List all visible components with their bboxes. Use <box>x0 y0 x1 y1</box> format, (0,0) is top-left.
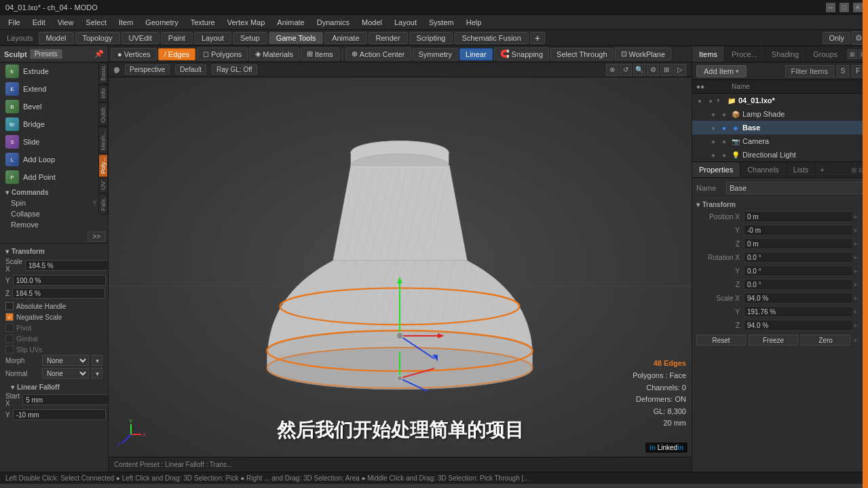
tool-extrude[interactable]: E Extrude <box>0 62 108 80</box>
menu-help[interactable]: Help <box>461 17 487 28</box>
prop-posz[interactable] <box>744 238 853 249</box>
freeze-button[interactable]: Freeze <box>749 335 798 345</box>
ptab-channels[interactable]: Channels <box>740 162 786 177</box>
slipuvs-checkbox[interactable] <box>5 345 14 354</box>
absolute-handle-checkbox[interactable] <box>5 302 14 310</box>
pivot-row[interactable]: Pivot <box>5 322 102 333</box>
layout-tab-render[interactable]: Render <box>369 32 408 44</box>
item-vis-base[interactable]: ● <box>709 123 718 132</box>
layout-tab-scripting[interactable]: Scripting <box>409 32 453 44</box>
item-vis-root[interactable]: ● <box>695 96 704 105</box>
materials-button[interactable]: ◈ Materials <box>249 48 299 60</box>
prop-posy[interactable] <box>744 225 853 236</box>
items-button[interactable]: ⊞ Items <box>301 48 339 60</box>
commands-section-header[interactable]: Commands <box>0 186 108 198</box>
tool-slide[interactable]: S Slide <box>0 133 108 151</box>
maximize-button[interactable]: □ <box>839 3 849 12</box>
select-through-button[interactable]: Select Through <box>550 48 613 60</box>
vp-ctrl-3[interactable]: 🔍 <box>633 64 645 76</box>
menu-item[interactable]: Item <box>113 17 138 28</box>
edges-button[interactable]: / Edges <box>158 48 195 60</box>
rtab-groups[interactable]: Groups <box>806 46 845 62</box>
scale-y-input[interactable] <box>13 275 106 286</box>
prop-rotx[interactable] <box>744 252 853 263</box>
ptab-lists[interactable]: Lists <box>787 162 816 177</box>
menu-view[interactable]: View <box>52 17 79 28</box>
rtab-items[interactable]: Items <box>692 46 725 62</box>
command-spin[interactable]: Spin Y <box>0 198 108 208</box>
menu-system[interactable]: System <box>423 17 459 28</box>
side-tab-outdr[interactable]: Outdr. <box>98 102 108 126</box>
ptab-properties[interactable]: Properties <box>692 162 740 177</box>
linearfalloff-section-header[interactable]: Linear Falloff <box>5 381 102 392</box>
prop-scaley[interactable] <box>744 306 853 317</box>
vertices-button[interactable]: ● Vertices <box>111 48 157 60</box>
minimize-button[interactable]: ─ <box>826 3 835 12</box>
menu-edit[interactable]: Edit <box>27 17 51 28</box>
prop-roty[interactable] <box>744 265 853 276</box>
item-expand-root[interactable]: ▾ <box>717 97 725 104</box>
side-tab-uv[interactable]: UV <box>98 178 108 193</box>
absolute-handle-row[interactable]: Absolute Handle <box>5 301 102 312</box>
vp-ctrl-2[interactable]: ↺ <box>620 64 632 76</box>
layout-tab-layout[interactable]: Layout <box>194 32 231 44</box>
layout-tab-schematic[interactable]: Schematic Fusion <box>454 32 528 44</box>
polygons-button[interactable]: ◻ Polygons <box>197 48 248 60</box>
item-vis2-base[interactable]: ● <box>719 123 729 132</box>
tool-bridge[interactable]: Br Bridge <box>0 115 108 133</box>
menu-model[interactable]: Model <box>356 17 388 28</box>
layout-tab-model[interactable]: Model <box>39 32 74 44</box>
prop-posx[interactable] <box>744 211 853 222</box>
menu-layout[interactable]: Layout <box>389 17 422 28</box>
expand-button[interactable]: >> <box>88 231 105 242</box>
linear-button[interactable]: Linear <box>459 48 493 60</box>
tool-addpoint[interactable]: P Add Point <box>0 168 108 186</box>
gimbal-checkbox[interactable] <box>5 335 14 343</box>
viewport-3d[interactable]: 48 Edges Polygons : Face Channels: 0 Def… <box>109 77 692 457</box>
startx-input[interactable] <box>22 394 109 405</box>
menu-dynamics[interactable]: Dynamics <box>312 17 355 28</box>
add-item-button[interactable]: Add Item ▾ <box>696 65 747 77</box>
item-vis-dirlight[interactable]: ● <box>709 150 718 159</box>
perspective-button[interactable]: Perspective <box>125 64 170 75</box>
tool-bevel[interactable]: B Bevel <box>0 98 108 115</box>
prop-scalez[interactable] <box>744 320 853 331</box>
menu-texture[interactable]: Texture <box>185 17 221 28</box>
negative-scale-checkbox[interactable] <box>5 313 14 321</box>
filter-items-button[interactable]: Filter Items <box>785 65 834 77</box>
vp-ctrl-6[interactable]: ▷ <box>674 64 686 76</box>
menu-vertexmap[interactable]: Vertex Map <box>222 17 271 28</box>
layout-tab-topology[interactable]: Topology <box>75 32 120 44</box>
vp-ctrl-1[interactable]: ⊕ <box>606 64 618 76</box>
reset-button[interactable]: Reset <box>696 335 746 345</box>
sort-s-button[interactable]: S <box>837 65 849 77</box>
command-remove[interactable]: Remove <box>0 219 108 230</box>
item-vis2-dirlight[interactable]: ● <box>719 150 729 159</box>
slipuvs-row[interactable]: Slip UVs <box>5 344 102 355</box>
normal-btn[interactable]: ▾ <box>92 368 102 379</box>
layout-tab-paint[interactable]: Paint <box>161 32 193 44</box>
layout-tab-gametools[interactable]: Game Tools <box>269 32 324 44</box>
right-expand-btn[interactable]: ⊞ <box>848 50 857 59</box>
item-vis-lampshade[interactable]: ● <box>709 109 718 119</box>
gimbal-row[interactable]: Gimbal <box>5 333 102 344</box>
close-button[interactable]: ✕ <box>853 3 863 12</box>
menu-select[interactable]: Select <box>80 17 112 28</box>
starty-input[interactable] <box>13 409 106 420</box>
negative-scale-row[interactable]: Negative Scale <box>5 312 102 322</box>
zero-button[interactable]: Zero <box>801 335 850 345</box>
tool-extend[interactable]: E Extend Z <box>0 80 108 98</box>
item-base[interactable]: ● ● ◈ Base <box>692 121 868 134</box>
item-vis-camera[interactable]: ● <box>709 136 718 146</box>
prop-scalex[interactable] <box>744 293 853 303</box>
action-center-button[interactable]: ⊕ Action Center <box>345 48 411 60</box>
layout-tab-animate[interactable]: Animate <box>324 32 366 44</box>
raygl-button[interactable]: Ray GL: Off <box>212 64 257 75</box>
item-root[interactable]: ● ● ▾ 📁 04_01.lxo* <box>692 94 868 107</box>
layout-tab-setup[interactable]: Setup <box>233 32 267 44</box>
side-tab-basic[interactable]: Basic <box>98 62 108 84</box>
side-tab-info[interactable]: Info <box>98 85 108 102</box>
menu-animate[interactable]: Animate <box>271 17 309 28</box>
prop-rotz[interactable] <box>744 279 853 290</box>
side-tab-mesh[interactable]: Mesh... <box>98 127 108 154</box>
